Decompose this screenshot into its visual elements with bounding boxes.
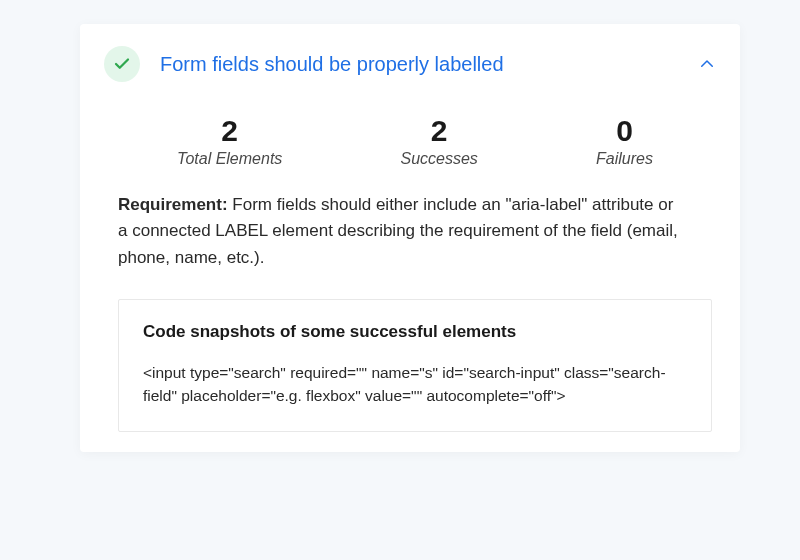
stat-failures: 0 Failures bbox=[596, 114, 653, 168]
stat-total-value: 2 bbox=[177, 114, 282, 148]
status-success-icon bbox=[104, 46, 140, 82]
accordion-body: 2 Total Elements 2 Successes 0 Failures … bbox=[80, 100, 740, 452]
accordion-header[interactable]: Form fields should be properly labelled bbox=[80, 24, 740, 100]
stat-failures-label: Failures bbox=[596, 150, 653, 168]
stat-successes-label: Successes bbox=[400, 150, 477, 168]
stat-successes: 2 Successes bbox=[400, 114, 477, 168]
code-snippet: <input type="search" required="" name="s… bbox=[143, 362, 687, 407]
stat-total: 2 Total Elements bbox=[177, 114, 282, 168]
stat-total-label: Total Elements bbox=[177, 150, 282, 168]
chevron-up-icon bbox=[698, 55, 716, 73]
stats-row: 2 Total Elements 2 Successes 0 Failures bbox=[118, 100, 712, 192]
requirement-label: Requirement: bbox=[118, 195, 228, 214]
code-snapshots-heading: Code snapshots of some successful elemen… bbox=[143, 322, 687, 342]
accordion-title: Form fields should be properly labelled bbox=[160, 53, 698, 76]
stat-successes-value: 2 bbox=[400, 114, 477, 148]
accordion-panel: Form fields should be properly labelled … bbox=[80, 24, 740, 452]
requirement-text: Requirement: Form fields should either i… bbox=[118, 192, 712, 271]
stat-failures-value: 0 bbox=[596, 114, 653, 148]
code-snapshots-box: Code snapshots of some successful elemen… bbox=[118, 299, 712, 432]
